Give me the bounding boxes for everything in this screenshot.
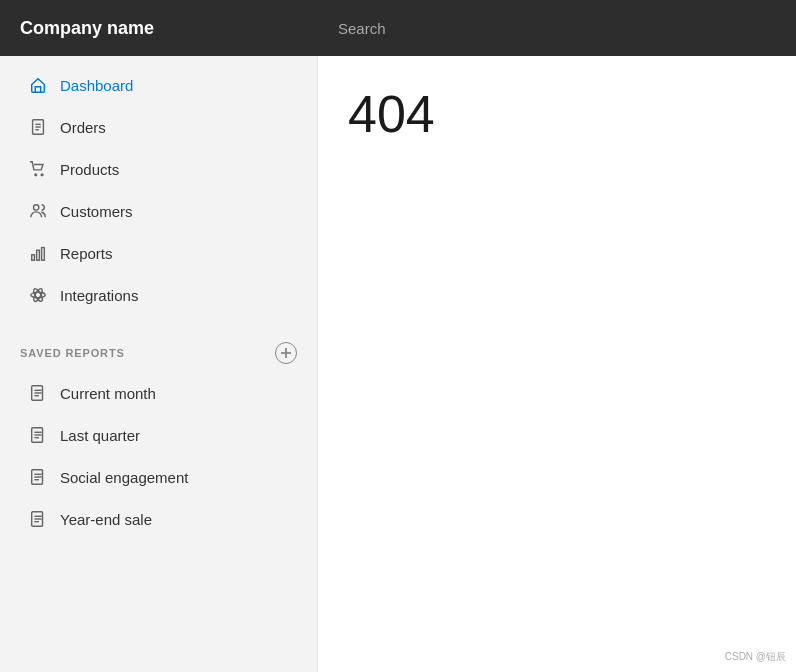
customers-icon <box>28 201 48 221</box>
search-input[interactable]: Search <box>318 20 796 37</box>
saved-report-current-month[interactable]: Current month <box>8 373 309 413</box>
saved-report-current-month-label: Current month <box>60 385 156 402</box>
saved-report-social-engagement[interactable]: Social engagement <box>8 457 309 497</box>
sidebar-orders-label: Orders <box>60 119 106 136</box>
saved-report-year-end-sale-label: Year-end sale <box>60 511 152 528</box>
report-doc-icon-3 <box>28 467 48 487</box>
saved-report-last-quarter-label: Last quarter <box>60 427 140 444</box>
sidebar-products-label: Products <box>60 161 119 178</box>
saved-reports-header: SAVED REPORTS <box>0 324 317 372</box>
saved-report-last-quarter[interactable]: Last quarter <box>8 415 309 455</box>
main-content: 404 <box>318 56 796 672</box>
sidebar-integrations-label: Integrations <box>60 287 138 304</box>
report-doc-icon <box>28 383 48 403</box>
saved-report-social-engagement-label: Social engagement <box>60 469 188 486</box>
header: Company name Search <box>0 0 796 56</box>
sidebar-customers-label: Customers <box>60 203 133 220</box>
svg-rect-7 <box>32 255 35 260</box>
integrations-icon <box>28 285 48 305</box>
brand-name: Company name <box>0 18 318 39</box>
cart-icon <box>28 159 48 179</box>
report-doc-icon-4 <box>28 509 48 529</box>
reports-icon <box>28 243 48 263</box>
svg-rect-9 <box>42 248 45 261</box>
sidebar-item-products[interactable]: Products <box>8 149 309 189</box>
svg-point-10 <box>31 292 45 297</box>
sidebar-item-integrations[interactable]: Integrations <box>8 275 309 315</box>
saved-reports-title: SAVED REPORTS <box>20 347 125 359</box>
svg-rect-8 <box>37 250 40 260</box>
sidebar-item-orders[interactable]: Orders <box>8 107 309 147</box>
sidebar-item-reports[interactable]: Reports <box>8 233 309 273</box>
sidebar: Dashboard Orders <box>0 56 318 672</box>
orders-icon <box>28 117 48 137</box>
watermark: CSDN @钮辰 <box>725 650 786 664</box>
sidebar-dashboard-label: Dashboard <box>60 77 133 94</box>
svg-point-4 <box>35 174 37 176</box>
saved-report-year-end-sale[interactable]: Year-end sale <box>8 499 309 539</box>
add-saved-report-button[interactable] <box>275 342 297 364</box>
layout: Dashboard Orders <box>0 56 796 672</box>
svg-point-5 <box>41 174 43 176</box>
svg-point-6 <box>34 205 39 210</box>
error-code: 404 <box>348 86 766 143</box>
home-icon <box>28 75 48 95</box>
sidebar-item-dashboard[interactable]: Dashboard <box>8 65 309 105</box>
sidebar-reports-label: Reports <box>60 245 113 262</box>
sidebar-item-customers[interactable]: Customers <box>8 191 309 231</box>
report-doc-icon-2 <box>28 425 48 445</box>
